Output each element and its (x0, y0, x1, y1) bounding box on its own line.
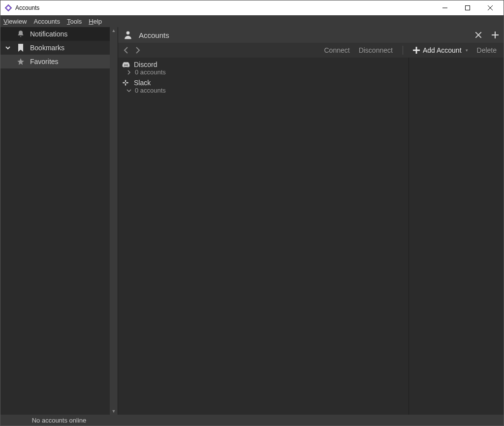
window-minimize-button[interactable] (434, 0, 456, 15)
service-name: Discord (134, 61, 157, 68)
chevron-right-icon[interactable] (126, 70, 132, 75)
menu-tools-label: ools (70, 18, 82, 25)
plus-icon (413, 47, 420, 54)
add-account-button[interactable]: Add Account ▾ (411, 46, 470, 54)
statusbar: No accounts online (0, 415, 504, 426)
content-panel: Accounts Connect Disconnect (118, 27, 504, 415)
account-detail-pane (409, 58, 504, 415)
svg-rect-14 (125, 83, 126, 86)
sidebar-item-label: Bookmarks (30, 44, 106, 52)
sidebar-item-bookmarks[interactable]: Bookmarks (0, 41, 110, 55)
titlebar: Accounts (0, 0, 504, 15)
svg-rect-3 (466, 6, 470, 10)
sidebar-item-notifications[interactable]: Notifications (0, 27, 110, 41)
close-tab-button[interactable] (473, 30, 484, 40)
window-maximize-button[interactable] (456, 0, 479, 15)
menu-help[interactable]: Help (89, 18, 102, 25)
sidebar-item-favorites[interactable]: Favorites (0, 55, 110, 68)
menu-view[interactable]: Viewiew (3, 18, 27, 25)
service-group-discord[interactable]: Discord 0 accounts (118, 60, 409, 78)
add-account-label: Add Account (423, 46, 462, 54)
sidebar-item-label: Notifications (30, 30, 106, 38)
delete-button[interactable]: Delete (475, 46, 499, 54)
status-text: No accounts online (0, 417, 118, 424)
sidebar-scrollbar[interactable]: ▲ ▼ (110, 27, 118, 415)
chevron-down-icon (4, 45, 11, 51)
svg-rect-13 (125, 80, 126, 82)
connect-button[interactable]: Connect (322, 46, 351, 54)
slack-icon (122, 79, 130, 86)
new-tab-button[interactable] (490, 30, 501, 40)
menu-tools[interactable]: Tools (67, 18, 82, 25)
service-group-slack[interactable]: Slack 0 accounts (118, 78, 409, 96)
service-subtitle: 0 accounts (135, 68, 166, 76)
menu-help-label: elp (94, 18, 102, 25)
discord-icon (122, 61, 130, 68)
nav-back-button[interactable] (123, 47, 129, 54)
svg-rect-15 (123, 82, 125, 83)
sidebar: Notifications Bookmarks Favorites (0, 27, 110, 415)
disconnect-button[interactable]: Disconnect (357, 46, 395, 54)
window-close-button[interactable] (479, 0, 502, 15)
content-header: Accounts (118, 27, 504, 43)
chevron-down-icon[interactable] (126, 89, 132, 93)
separator (403, 46, 403, 55)
service-subtitle: 0 accounts (135, 87, 166, 94)
svg-rect-16 (126, 82, 128, 83)
person-icon (123, 30, 133, 40)
bell-icon (16, 30, 25, 38)
nav-forward-button[interactable] (135, 47, 141, 54)
star-icon (16, 58, 25, 66)
svg-point-6 (126, 32, 130, 35)
content-toolbar: Connect Disconnect Add Account ▾ Delete (118, 43, 504, 58)
main-area: Notifications Bookmarks Favorites ▲ (0, 27, 504, 415)
menubar: Viewiew Accounts Tools Help (0, 15, 504, 27)
scroll-down-icon: ▼ (112, 409, 116, 414)
app-icon (4, 4, 12, 12)
content-title: Accounts (139, 31, 467, 39)
scroll-up-icon: ▲ (112, 28, 116, 33)
menu-accounts[interactable]: Accounts (33, 18, 60, 25)
sidebar-item-label: Favorites (30, 58, 106, 66)
service-name: Slack (134, 79, 151, 87)
accounts-list: Discord 0 accounts Slack (118, 58, 409, 415)
window-title: Accounts (15, 4, 434, 11)
bookmark-icon (16, 44, 25, 52)
menu-view-label: iew (17, 18, 27, 25)
dropdown-caret-icon: ▾ (466, 48, 468, 53)
